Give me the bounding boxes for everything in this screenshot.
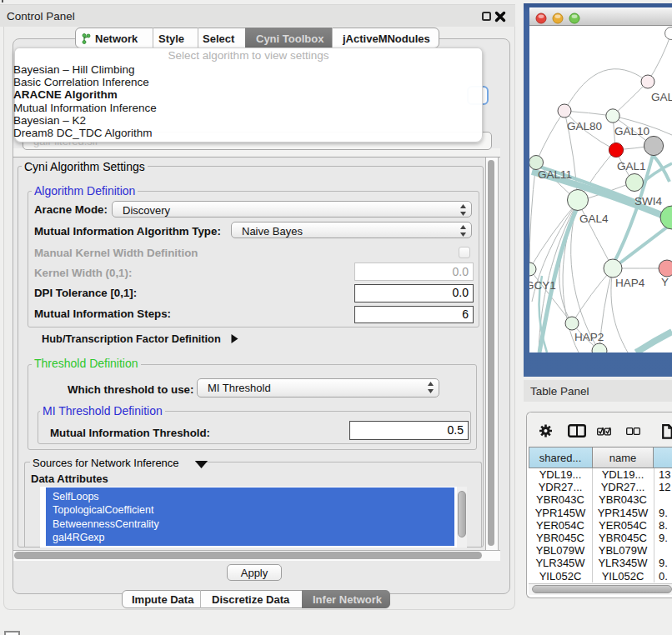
svg-text:GAL11: GAL11 bbox=[538, 168, 572, 181]
svg-text:HAP4: HAP4 bbox=[615, 277, 645, 289]
svg-text:GAL80: GAL80 bbox=[567, 120, 602, 132]
svg-text:GAL1: GAL1 bbox=[617, 160, 646, 172]
svg-text:HAP2: HAP2 bbox=[574, 331, 604, 343]
svg-text:GAL4: GAL4 bbox=[579, 212, 609, 225]
svg-text:SWI4: SWI4 bbox=[634, 195, 662, 208]
svg-text:GCY1: GCY1 bbox=[529, 279, 556, 292]
svg-text:GAL: GAL bbox=[651, 91, 672, 103]
svg-text:Y: Y bbox=[661, 276, 669, 288]
svg-text:GAL10: GAL10 bbox=[614, 125, 649, 138]
